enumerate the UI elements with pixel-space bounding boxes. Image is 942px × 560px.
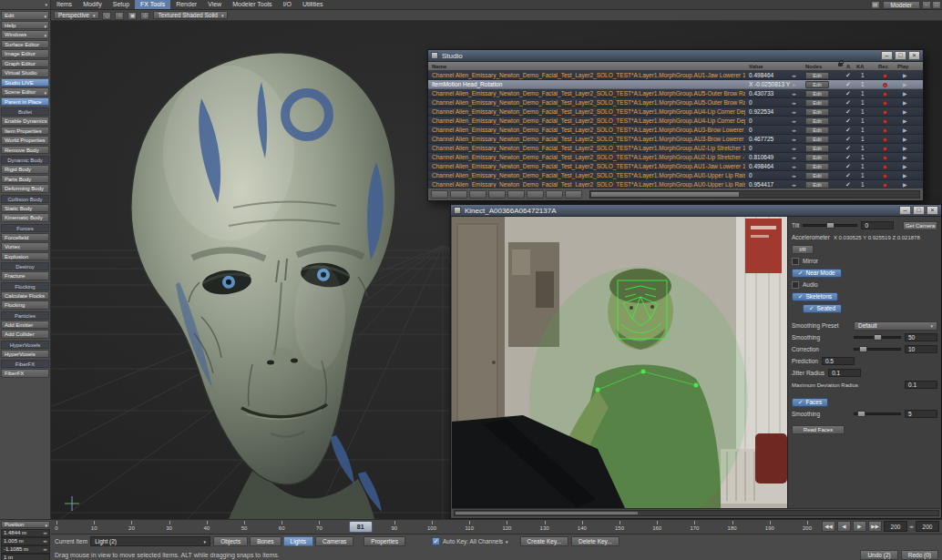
- active-check-icon[interactable]: ✓: [845, 89, 851, 98]
- jump-to-end-button[interactable]: ▶▶: [868, 521, 882, 532]
- table-row[interactable]: Channel Alien_Emissary_Newton_Demo_Facia…: [428, 135, 923, 144]
- play-icon[interactable]: ▶: [903, 71, 907, 80]
- record-dot-icon[interactable]: [883, 165, 887, 169]
- current-frame-handle[interactable]: 81: [349, 521, 373, 533]
- current-item-dropdown[interactable]: Light (2)▾: [90, 536, 210, 546]
- record-dot-icon[interactable]: [883, 137, 887, 142]
- sidebar-item-image-editor[interactable]: Image Editor: [1, 49, 49, 58]
- active-check-icon[interactable]: ✓: [845, 71, 851, 80]
- value-stepper-icon[interactable]: ◂▸: [792, 144, 796, 153]
- column-ka[interactable]: KA: [856, 63, 865, 70]
- table-row[interactable]: Channel Alien_Emissary_Newton_Demo_Facia…: [428, 171, 923, 180]
- studio-tool-button[interactable]: [488, 190, 506, 199]
- menu-item-i-o[interactable]: I/O: [278, 0, 297, 9]
- active-check-icon[interactable]: ✓: [845, 162, 851, 171]
- nodes-edit-button[interactable]: Edit: [805, 136, 829, 143]
- active-check-icon[interactable]: ✓: [845, 98, 851, 107]
- kinect-horizontal-scrollbar[interactable]: [452, 508, 941, 517]
- channel-value[interactable]: X -0.0250813 Y 0.1: [749, 80, 791, 89]
- skeletons-toggle[interactable]: ✓Skeletons: [792, 292, 838, 301]
- sidebar-item-calculate-flocks[interactable]: Calculate Flocks: [1, 291, 49, 300]
- faces-smoothing-slider[interactable]: [854, 411, 901, 417]
- sidebar-item-forcefield[interactable]: Forcefield: [1, 233, 49, 242]
- get-camera-button[interactable]: Get Camera: [903, 221, 937, 230]
- studio-tool-button[interactable]: [546, 190, 563, 199]
- play-icon[interactable]: ▶: [903, 171, 907, 180]
- sidebar-item-rigid-body[interactable]: Rigid Body: [1, 165, 49, 174]
- sidebar-item-studio-live[interactable]: Studio LIVE: [1, 78, 49, 87]
- studio-tool-button[interactable]: [527, 190, 544, 199]
- active-check-icon[interactable]: ✓: [845, 153, 851, 162]
- sidebar-item-static-body[interactable]: Static Body: [1, 204, 49, 213]
- channel-value[interactable]: 0.498464: [749, 71, 791, 80]
- table-row[interactable]: ItemMotion Head_RotationX -0.0250813 Y 0…: [428, 80, 923, 89]
- sidebar-item-hypervoxels[interactable]: HyperVoxels: [1, 350, 49, 359]
- table-row[interactable]: Channel Alien_Emissary_Newton_Demo_Facia…: [428, 71, 923, 80]
- close-icon[interactable]: ×: [927, 206, 938, 215]
- play-icon[interactable]: ▶: [903, 153, 907, 162]
- table-row[interactable]: Channel Alien_Emissary_Newton_Demo_Facia…: [428, 153, 923, 162]
- maximize-icon[interactable]: □: [895, 51, 906, 60]
- value-stepper-icon[interactable]: ◂▸: [792, 135, 796, 144]
- channel-value[interactable]: 0.430733: [749, 89, 791, 98]
- position-field-2[interactable]: -1.1085 m◂▸: [1, 545, 50, 554]
- delete-key-button[interactable]: Delete Key...: [571, 536, 619, 546]
- channel-value[interactable]: 0: [749, 117, 791, 126]
- nodes-edit-button[interactable]: Edit: [805, 90, 829, 97]
- close-icon[interactable]: ×: [908, 51, 920, 60]
- correction-value-field[interactable]: 10: [905, 345, 937, 353]
- value-stepper-icon[interactable]: ◂▸: [792, 80, 796, 89]
- value-stepper-icon[interactable]: ◂▸: [792, 89, 796, 98]
- faces-smoothing-value-field[interactable]: 5: [905, 410, 937, 418]
- column-a[interactable]: A: [846, 63, 850, 70]
- objects-button[interactable]: Objects: [213, 536, 248, 546]
- nodes-edit-button[interactable]: Edit: [805, 81, 829, 88]
- play-icon[interactable]: ▶: [903, 135, 907, 144]
- sidebar-item-deforming-body[interactable]: Deforming Body: [1, 184, 49, 193]
- sidebar-item-explosion[interactable]: Explosion: [1, 252, 49, 261]
- maximize-icon[interactable]: □: [913, 206, 925, 215]
- sidebar-item-scene-editor[interactable]: Scene Editor▾: [1, 87, 49, 97]
- prediction-value-field[interactable]: 0.5: [822, 357, 855, 365]
- sidebar-item-surface-editor[interactable]: Surface Editor: [1, 40, 49, 49]
- app-menu-button[interactable]: ▾: [0, 0, 51, 9]
- sidebar-item-edit[interactable]: Edit▾: [1, 11, 49, 20]
- nodes-edit-button[interactable]: Edit: [805, 108, 829, 116]
- menu-item-modeler-tools[interactable]: Modeler Tools: [227, 0, 277, 9]
- sidebar-item-windows[interactable]: Windows▾: [1, 30, 49, 39]
- record-dot-icon[interactable]: [883, 174, 887, 178]
- channel-value[interactable]: 0.467725: [749, 135, 791, 144]
- sidebar-item-graph-editor[interactable]: Graph Editor: [1, 59, 49, 68]
- sidebar-item-vortex[interactable]: Vortex: [1, 242, 49, 251]
- menu-item-utilities[interactable]: Utilities: [297, 0, 329, 9]
- channel-value[interactable]: 0: [749, 171, 791, 180]
- viewport-icon-1[interactable]: ◇: [102, 12, 111, 20]
- sidebar-item-add-emitter[interactable]: Add Emitter: [1, 321, 49, 330]
- channel-value[interactable]: 0.498464: [749, 162, 791, 171]
- value-stepper-icon[interactable]: ◂▸: [792, 126, 796, 135]
- minimize-icon[interactable]: –: [899, 206, 911, 215]
- nodes-edit-button[interactable]: Edit: [805, 99, 829, 107]
- active-check-icon[interactable]: ✓: [845, 126, 851, 135]
- table-row[interactable]: Channel Alien_Emissary_Newton_Demo_Facia…: [428, 107, 923, 117]
- sidebar-item-flocking[interactable]: Flocking: [1, 300, 49, 310]
- nodes-edit-button[interactable]: Edit: [805, 127, 829, 134]
- record-dot-icon[interactable]: [883, 74, 887, 78]
- layout-grid-icon[interactable]: ▤: [871, 1, 880, 9]
- sidebar-item-kinematic-body[interactable]: Kinematic Body: [1, 213, 49, 222]
- menu-item-render[interactable]: Render: [170, 0, 202, 9]
- menu-item-modify[interactable]: Modify: [77, 0, 108, 9]
- smoothing-slider[interactable]: [854, 334, 901, 341]
- record-dot-icon[interactable]: [883, 83, 887, 87]
- active-check-icon[interactable]: ✓: [845, 144, 851, 153]
- faces-toggle[interactable]: ✓Faces: [792, 398, 828, 407]
- channel-value[interactable]: 0: [749, 98, 791, 107]
- record-dot-icon[interactable]: [883, 92, 887, 97]
- jump-to-start-button[interactable]: ◀◀: [822, 521, 835, 532]
- range-end-field[interactable]: 200: [916, 521, 939, 532]
- table-row[interactable]: Channel Alien_Emissary_Newton_Demo_Facia…: [428, 162, 923, 171]
- position-field-0[interactable]: 1.4844 m◂▸: [1, 529, 50, 537]
- record-dot-icon[interactable]: [883, 183, 887, 188]
- studio-tool-button[interactable]: [431, 190, 448, 199]
- active-check-icon[interactable]: ✓: [845, 107, 851, 117]
